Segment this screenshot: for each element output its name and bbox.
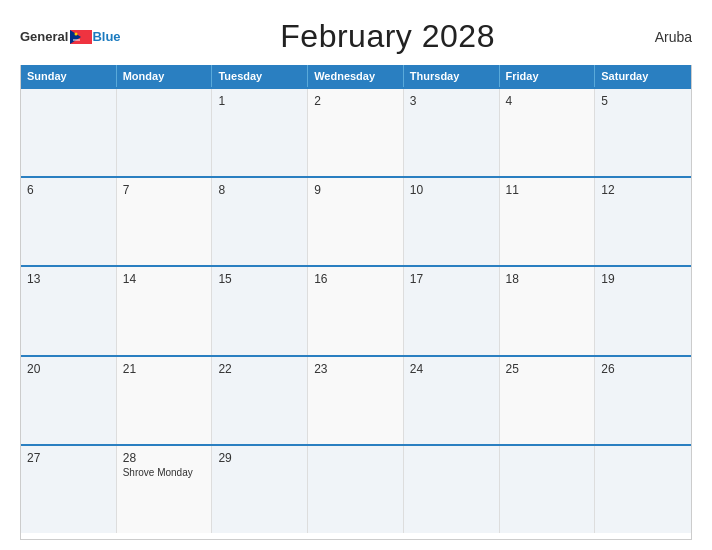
day-number: 29 — [218, 451, 301, 465]
day-number: 27 — [27, 451, 110, 465]
day-number: 9 — [314, 183, 397, 197]
day-number: 25 — [506, 362, 589, 376]
cal-cell-w1-d7: 5 — [595, 89, 691, 176]
week-row-3: 13141516171819 — [21, 265, 691, 354]
cal-cell-w1-d4: 2 — [308, 89, 404, 176]
event-label: Shrove Monday — [123, 467, 206, 478]
cal-cell-w3-d3: 15 — [212, 267, 308, 354]
header: General Blue February 2028 Aruba — [20, 18, 692, 55]
col-tuesday: Tuesday — [212, 65, 308, 87]
cal-cell-w4-d2: 21 — [117, 357, 213, 444]
logo-general-text: General — [20, 29, 68, 44]
cal-cell-w5-d7 — [595, 446, 691, 533]
col-thursday: Thursday — [404, 65, 500, 87]
country-label: Aruba — [655, 29, 692, 45]
cal-cell-w5-d2: 28Shrove Monday — [117, 446, 213, 533]
day-number: 2 — [314, 94, 397, 108]
cal-cell-w1-d3: 1 — [212, 89, 308, 176]
cal-cell-w3-d1: 13 — [21, 267, 117, 354]
day-number: 10 — [410, 183, 493, 197]
day-number: 24 — [410, 362, 493, 376]
day-number: 13 — [27, 272, 110, 286]
day-number: 1 — [218, 94, 301, 108]
cal-cell-w3-d4: 16 — [308, 267, 404, 354]
cal-cell-w2-d5: 10 — [404, 178, 500, 265]
cal-cell-w5-d1: 27 — [21, 446, 117, 533]
cal-cell-w4-d5: 24 — [404, 357, 500, 444]
day-number: 6 — [27, 183, 110, 197]
cal-cell-w5-d3: 29 — [212, 446, 308, 533]
cal-cell-w2-d4: 9 — [308, 178, 404, 265]
day-number: 18 — [506, 272, 589, 286]
week-row-4: 20212223242526 — [21, 355, 691, 444]
cal-cell-w3-d2: 14 — [117, 267, 213, 354]
day-number: 12 — [601, 183, 685, 197]
cal-cell-w4-d1: 20 — [21, 357, 117, 444]
cal-cell-w3-d5: 17 — [404, 267, 500, 354]
col-wednesday: Wednesday — [308, 65, 404, 87]
svg-point-2 — [75, 32, 78, 35]
page-title: February 2028 — [280, 18, 495, 55]
day-number: 14 — [123, 272, 206, 286]
cal-cell-w4-d4: 23 — [308, 357, 404, 444]
col-saturday: Saturday — [595, 65, 691, 87]
col-sunday: Sunday — [21, 65, 117, 87]
day-number: 4 — [506, 94, 589, 108]
cal-cell-w2-d1: 6 — [21, 178, 117, 265]
cal-cell-w2-d3: 8 — [212, 178, 308, 265]
day-number: 20 — [27, 362, 110, 376]
logo: General Blue — [20, 29, 121, 44]
logo-blue-text: Blue — [92, 29, 120, 44]
day-number: 23 — [314, 362, 397, 376]
day-number: 26 — [601, 362, 685, 376]
day-number: 16 — [314, 272, 397, 286]
cal-cell-w2-d7: 12 — [595, 178, 691, 265]
day-number: 7 — [123, 183, 206, 197]
day-number: 5 — [601, 94, 685, 108]
week-row-5: 2728Shrove Monday29 — [21, 444, 691, 533]
day-number: 28 — [123, 451, 206, 465]
calendar-header-row: Sunday Monday Tuesday Wednesday Thursday… — [21, 65, 691, 87]
cal-cell-w2-d6: 11 — [500, 178, 596, 265]
day-number: 11 — [506, 183, 589, 197]
cal-cell-w3-d6: 18 — [500, 267, 596, 354]
day-number: 15 — [218, 272, 301, 286]
day-number: 17 — [410, 272, 493, 286]
calendar-page: General Blue February 2028 Aruba Sunday … — [0, 0, 712, 550]
logo-flag-icon — [70, 30, 92, 44]
cal-cell-w1-d1 — [21, 89, 117, 176]
week-row-2: 6789101112 — [21, 176, 691, 265]
cal-cell-w5-d6 — [500, 446, 596, 533]
cal-cell-w1-d6: 4 — [500, 89, 596, 176]
day-number: 22 — [218, 362, 301, 376]
cal-cell-w5-d4 — [308, 446, 404, 533]
cal-cell-w4-d7: 26 — [595, 357, 691, 444]
day-number: 3 — [410, 94, 493, 108]
day-number: 8 — [218, 183, 301, 197]
cal-cell-w3-d7: 19 — [595, 267, 691, 354]
cal-cell-w1-d5: 3 — [404, 89, 500, 176]
cal-cell-w4-d6: 25 — [500, 357, 596, 444]
cal-cell-w1-d2 — [117, 89, 213, 176]
calendar: Sunday Monday Tuesday Wednesday Thursday… — [20, 65, 692, 540]
day-number: 19 — [601, 272, 685, 286]
day-number: 21 — [123, 362, 206, 376]
cal-cell-w5-d5 — [404, 446, 500, 533]
week-row-1: 12345 — [21, 87, 691, 176]
cal-cell-w2-d2: 7 — [117, 178, 213, 265]
col-monday: Monday — [117, 65, 213, 87]
col-friday: Friday — [500, 65, 596, 87]
cal-cell-w4-d3: 22 — [212, 357, 308, 444]
calendar-body: 1234567891011121314151617181920212223242… — [21, 87, 691, 533]
